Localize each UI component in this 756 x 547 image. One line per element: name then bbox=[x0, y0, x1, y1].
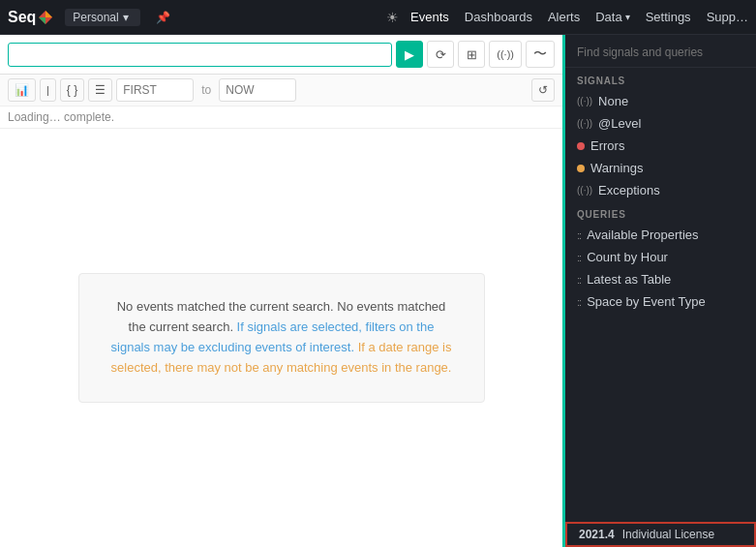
search-input[interactable] bbox=[8, 43, 392, 67]
signal-errors-label: Errors bbox=[590, 138, 624, 153]
logo-icon bbox=[38, 10, 53, 25]
main-layout: ▶ ⟳ ⊞ ((·)) 〜 📊 | { } bbox=[0, 35, 756, 547]
signals-section-label: SIGNALS bbox=[565, 68, 756, 90]
chart-icon-button[interactable]: 📊 bbox=[8, 78, 36, 102]
signal-errors[interactable]: Errors bbox=[565, 135, 756, 157]
workspace-selector[interactable]: Personal ▾ bbox=[65, 9, 139, 26]
signal-warnings-label: Warnings bbox=[590, 161, 643, 175]
wave-button[interactable]: 〜 bbox=[526, 41, 555, 68]
search-bar: ▶ ⟳ ⊞ ((·)) 〜 bbox=[0, 35, 562, 75]
signal-icon: ((·)) bbox=[497, 48, 514, 60]
text-icon-button[interactable]: | bbox=[40, 78, 56, 102]
theme-icon[interactable]: ☀ bbox=[386, 10, 399, 25]
signal-none-label: None bbox=[598, 94, 628, 108]
query-latest-as-table[interactable]: :: Latest as Table bbox=[565, 268, 756, 290]
signal-wave-icon: ((·)) bbox=[577, 96, 592, 106]
grid-icon: ⊞ bbox=[467, 47, 477, 62]
signal-exceptions-label: Exceptions bbox=[598, 183, 660, 198]
table-icon-button[interactable]: ☰ bbox=[88, 78, 112, 102]
time-range-bar: 📊 | { } ☰ to ↺ bbox=[0, 75, 562, 106]
nav-support[interactable]: Supp… bbox=[707, 10, 748, 24]
run-icon: ▶ bbox=[405, 47, 414, 62]
query-grid-icon-3: :: bbox=[577, 274, 581, 286]
queries-section-label: QUERIES bbox=[565, 201, 756, 224]
time-to-label: to bbox=[197, 83, 215, 97]
version-number: 2021.4 bbox=[579, 528, 615, 541]
bar-chart-icon: 📊 bbox=[15, 83, 29, 97]
query-space-by-event-label: Space by Event Type bbox=[587, 294, 706, 309]
status-bar: Loading… complete. bbox=[0, 106, 562, 129]
time-to-input[interactable] bbox=[219, 78, 296, 102]
pin-icon: 📌 bbox=[156, 11, 170, 24]
query-grid-icon-4: :: bbox=[577, 296, 581, 308]
nav-events[interactable]: Events bbox=[410, 10, 449, 24]
warnings-dot-icon bbox=[577, 165, 585, 172]
signal-warnings[interactable]: Warnings bbox=[565, 157, 756, 179]
nav-alerts[interactable]: Alerts bbox=[548, 10, 580, 24]
query-grid-icon-1: :: bbox=[577, 229, 581, 241]
time-from-input[interactable] bbox=[116, 78, 194, 102]
data-chevron-icon: ▾ bbox=[625, 12, 630, 22]
code-icon-button[interactable]: { } bbox=[60, 78, 84, 102]
version-bar: 2021.4 Individual License bbox=[565, 522, 756, 547]
errors-dot-icon bbox=[577, 142, 585, 150]
query-available-properties-label: Available Properties bbox=[587, 228, 698, 242]
signal-exceptions[interactable]: ((·)) Exceptions bbox=[565, 179, 756, 201]
tail-icon: ⟳ bbox=[436, 47, 446, 62]
signal-level[interactable]: ((·)) @Level bbox=[565, 112, 756, 135]
right-search-area bbox=[565, 35, 756, 68]
content-area: No events matched the current search. No… bbox=[0, 129, 562, 547]
run-button[interactable]: ▶ bbox=[396, 41, 423, 68]
signals-search-input[interactable] bbox=[577, 46, 744, 59]
query-grid-icon-2: :: bbox=[577, 252, 581, 263]
status-text: Loading… complete. bbox=[8, 110, 114, 124]
nav-dashboards[interactable]: Dashboards bbox=[465, 10, 532, 24]
query-count-by-hour-label: Count by Hour bbox=[587, 250, 668, 264]
app-logo: Seq bbox=[8, 9, 53, 26]
tail-button[interactable]: ⟳ bbox=[427, 41, 454, 68]
no-events-box: No events matched the current search. No… bbox=[78, 273, 485, 402]
wave-icon: 〜 bbox=[533, 46, 547, 63]
refresh-button[interactable]: ↺ bbox=[531, 78, 555, 102]
code-icon: { } bbox=[67, 83, 77, 97]
signal-wave-icon-3: ((·)) bbox=[577, 185, 592, 196]
query-count-by-hour[interactable]: :: Count by Hour bbox=[565, 246, 756, 268]
text-icon: | bbox=[46, 84, 49, 96]
signal-none[interactable]: ((·)) None bbox=[565, 90, 756, 112]
svg-marker-1 bbox=[45, 11, 52, 17]
signal-level-label: @Level bbox=[598, 116, 641, 131]
table-icon: ☰ bbox=[95, 83, 106, 97]
top-navigation: Seq Personal ▾ 📌 ☀ Events Dashboards Ale… bbox=[0, 0, 756, 35]
workspace-label: Personal bbox=[73, 11, 118, 24]
version-license: Individual License bbox=[622, 528, 714, 541]
nav-settings[interactable]: Settings bbox=[646, 10, 691, 24]
no-events-text-1: No events matched the current search. bbox=[117, 299, 334, 314]
workspace-chevron: ▾ bbox=[123, 11, 129, 24]
svg-marker-2 bbox=[39, 17, 45, 24]
logo-text: Seq bbox=[8, 9, 36, 26]
left-panel: ▶ ⟳ ⊞ ((·)) 〜 📊 | { } bbox=[0, 35, 562, 547]
query-available-properties[interactable]: :: Available Properties bbox=[565, 224, 756, 246]
query-latest-as-table-label: Latest as Table bbox=[587, 272, 671, 287]
nav-data[interactable]: Data ▾ bbox=[595, 10, 629, 24]
nav-links: Events Dashboards Alerts Data ▾ Settings… bbox=[410, 10, 748, 24]
grid-button[interactable]: ⊞ bbox=[458, 41, 485, 68]
signal-button[interactable]: ((·)) bbox=[489, 41, 522, 68]
refresh-icon: ↺ bbox=[538, 83, 548, 97]
signal-wave-icon-2: ((·)) bbox=[577, 118, 592, 129]
right-panel: SIGNALS ((·)) None ((·)) @Level Errors W… bbox=[562, 35, 756, 547]
query-space-by-event[interactable]: :: Space by Event Type bbox=[565, 290, 756, 313]
